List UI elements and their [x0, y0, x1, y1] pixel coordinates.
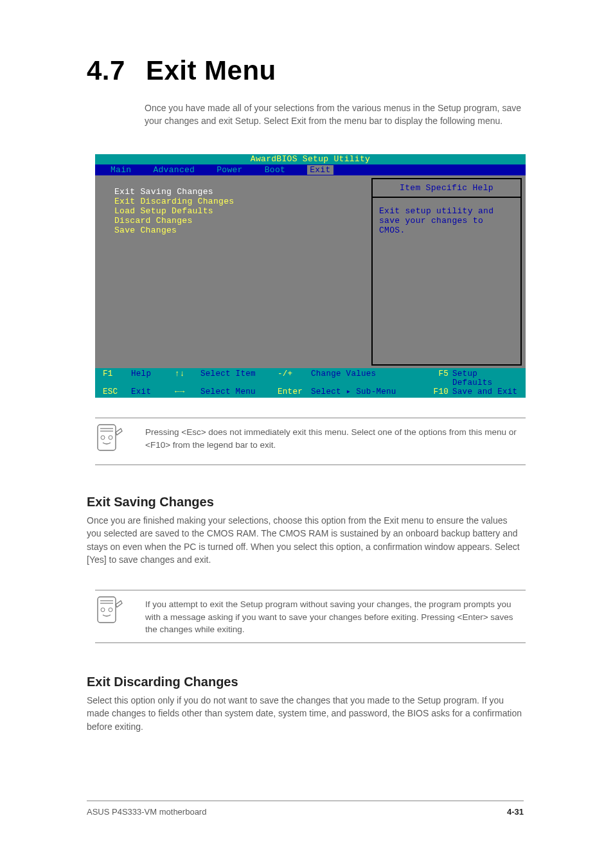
- legend-text: Change Values: [311, 369, 427, 387]
- svg-point-3: [101, 436, 105, 439]
- legend-text: Select ▸ Sub-Menu: [311, 387, 427, 396]
- svg-point-8: [101, 608, 105, 612]
- menu-item-load-defaults[interactable]: Load Setup Defaults: [114, 206, 371, 216]
- footer-rule: [87, 801, 524, 801]
- subsection-heading: Exit Discarding Changes: [87, 675, 238, 689]
- legend-key: ←→: [175, 387, 200, 396]
- tab-exit[interactable]: Exit: [307, 165, 333, 175]
- note-text: If you attempt to exit the Setup program…: [129, 596, 526, 636]
- subsection-body: Once you are finished making your select…: [87, 514, 524, 566]
- legend-key: Enter: [278, 387, 311, 396]
- footer-left: ASUS P4S333-VM motherboard: [87, 807, 206, 817]
- subsection-heading: Exit Saving Changes: [87, 495, 214, 509]
- bios-menu-list: Exit Saving Changes Exit Discarding Chan…: [95, 175, 371, 368]
- subsection-body: Select this option only if you do not wa…: [87, 694, 524, 733]
- note-icon: [95, 596, 129, 632]
- note-box: Pressing <Esc> does not immediately exit…: [95, 418, 526, 465]
- legend-text: Help: [131, 369, 175, 387]
- legend-key: F10: [427, 387, 452, 396]
- help-body: Exit setup utility and save your changes…: [373, 198, 520, 245]
- svg-point-9: [109, 608, 112, 612]
- legend-key: ↑↓: [175, 369, 200, 387]
- note-icon: [95, 423, 129, 459]
- legend-text: Setup Defaults: [452, 369, 520, 387]
- legend-text: Select Menu: [200, 387, 278, 396]
- menu-item-exit-discarding[interactable]: Exit Discarding Changes: [114, 197, 371, 206]
- section-title: Exit Menu: [146, 55, 276, 85]
- legend-text: Exit: [131, 387, 175, 396]
- bios-legend-bar: F1 Help ↑↓ Select Item -/+ Change Values…: [95, 368, 526, 398]
- legend-text: Save and Exit: [452, 387, 520, 396]
- help-title: Item Specific Help: [373, 179, 520, 197]
- section-number: 4.7: [87, 55, 125, 85]
- legend-key: -/+: [278, 369, 311, 387]
- page-heading: 4.7Exit Menu: [87, 55, 276, 86]
- bios-tab-bar: Main Advanced Power Boot Exit: [95, 164, 526, 175]
- legend-key: F1: [103, 369, 131, 387]
- menu-item-discard-changes[interactable]: Discard Changes: [114, 216, 371, 226]
- tab-boot[interactable]: Boot: [265, 165, 285, 175]
- legend-key: ESC: [103, 387, 131, 396]
- page-footer: ASUS P4S333-VM motherboard 4-31: [87, 807, 524, 817]
- tab-power[interactable]: Power: [217, 165, 243, 175]
- legend-text: Select Item: [200, 369, 278, 387]
- note-text: Pressing <Esc> does not immediately exit…: [129, 423, 526, 451]
- tab-main[interactable]: Main: [111, 165, 131, 175]
- menu-item-save-changes[interactable]: Save Changes: [114, 226, 371, 235]
- svg-point-4: [109, 436, 112, 439]
- bios-screenshot: AwardBIOS Setup Utility Main Advanced Po…: [95, 154, 526, 398]
- legend-key: F5: [427, 369, 452, 387]
- intro-paragraph: Once you have made all of your selection…: [145, 102, 524, 128]
- menu-item-exit-saving[interactable]: Exit Saving Changes: [114, 187, 371, 197]
- footer-page-number: 4-31: [507, 807, 524, 817]
- tab-advanced[interactable]: Advanced: [153, 165, 195, 175]
- bios-help-pane: Item Specific Help Exit setup utility an…: [371, 178, 522, 366]
- note-box: If you attempt to exit the Setup program…: [95, 590, 526, 643]
- bios-title: AwardBIOS Setup Utility: [95, 154, 526, 164]
